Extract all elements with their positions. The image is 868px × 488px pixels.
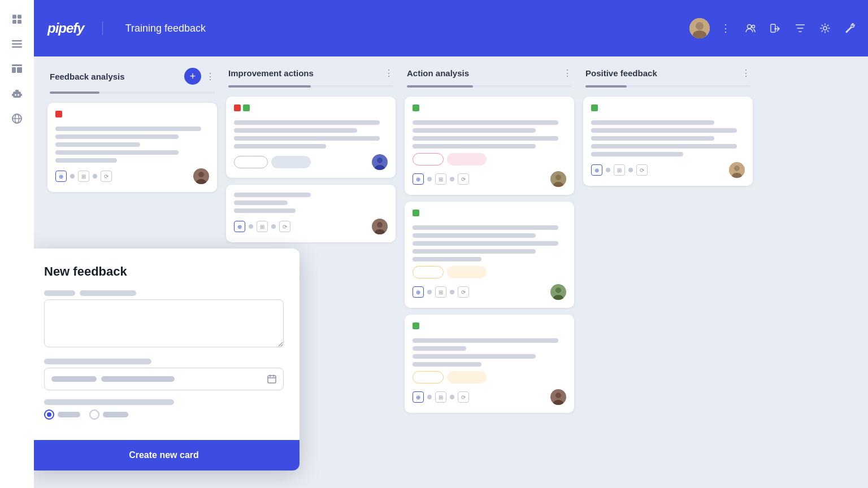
card-badge (447, 153, 487, 165)
more-menu-icon[interactable]: ⋮ (717, 19, 735, 37)
card-dot (427, 290, 432, 294)
sidebar-item-bot[interactable] (7, 84, 27, 104)
login-icon[interactable] (766, 19, 784, 37)
svg-point-12 (15, 94, 16, 96)
card-line (55, 134, 179, 139)
card-icon[interactable]: ⊕ (413, 173, 424, 185)
card-tags (413, 210, 566, 221)
card-line (234, 144, 326, 149)
radio-option-1[interactable] (44, 409, 80, 420)
feedback-textarea[interactable] (44, 299, 284, 347)
card-icon[interactable]: ⟳ (636, 164, 648, 176)
card-line (413, 144, 536, 149)
card-icons: ⊕ ⊞ ⟳ (413, 286, 469, 298)
card-badge (413, 371, 444, 384)
card-icon[interactable]: ⟳ (458, 173, 469, 185)
sidebar-item-grid[interactable] (7, 9, 27, 29)
card-tags (591, 104, 745, 116)
column-menu-icon[interactable]: ⋮ (384, 68, 393, 79)
card-line (234, 208, 296, 213)
column-title: Feedback analysis (50, 72, 180, 81)
form-label (80, 290, 136, 296)
card-badge (234, 156, 268, 168)
card-avatar (372, 154, 388, 170)
form-label (44, 359, 151, 364)
card-icon[interactable]: ⟳ (279, 221, 290, 232)
card-icon[interactable]: ⟳ (458, 286, 469, 298)
avatar[interactable] (689, 18, 710, 38)
sidebar-item-globe[interactable] (7, 108, 27, 129)
card-tag-green (413, 104, 419, 111)
card-footer (234, 154, 388, 170)
card: ⊕ ⊞ ⟳ (405, 202, 574, 308)
card-icon[interactable]: ⊞ (435, 391, 446, 403)
svg-rect-9 (17, 67, 22, 73)
card-icon[interactable]: ⊕ (234, 221, 245, 232)
radio-button-selected[interactable] (44, 409, 54, 420)
column-header: Improvement actions ⋮ (226, 68, 396, 79)
card-icon[interactable]: ⊞ (614, 164, 625, 176)
card-line (234, 201, 288, 205)
card-icon[interactable]: ⊕ (591, 164, 602, 176)
card-icon[interactable]: ⊞ (435, 173, 446, 185)
card-icon[interactable]: ⟳ (101, 171, 112, 182)
card-dot (450, 290, 454, 294)
card-line (413, 136, 558, 141)
radio-option-2[interactable] (89, 409, 128, 420)
filter-icon[interactable] (791, 19, 809, 37)
main-area: pipefy Training feedback ⋮ (34, 0, 868, 488)
card-icons: ⊕ ⊞ ⟳ (413, 173, 469, 185)
sidebar-item-list[interactable] (7, 34, 27, 54)
sidebar (0, 0, 34, 488)
column-progress-bar (585, 85, 627, 88)
svg-point-42 (555, 393, 561, 398)
svg-point-23 (752, 25, 755, 28)
svg-rect-10 (13, 91, 21, 98)
card-icon[interactable]: ⊕ (55, 171, 67, 182)
card-dot (450, 177, 454, 181)
column-progress-bar (228, 85, 311, 88)
date-value-placeholder (51, 376, 97, 382)
card-line (413, 354, 536, 359)
card-icon[interactable]: ⊞ (435, 286, 446, 298)
form-label-row (44, 290, 284, 296)
column-progress-bar (50, 91, 99, 94)
svg-rect-15 (21, 94, 22, 96)
column-action-analysis: Action analysis ⋮ (405, 68, 574, 477)
svg-point-27 (198, 172, 204, 177)
card-dot (427, 177, 432, 181)
card-icon[interactable]: ⊞ (78, 171, 89, 182)
radio-button-unselected[interactable] (89, 409, 99, 420)
card-line (234, 120, 380, 125)
svg-point-39 (555, 287, 561, 293)
users-icon[interactable] (741, 19, 760, 37)
tool-icon[interactable] (841, 19, 859, 37)
column-progress-bar (407, 85, 473, 88)
settings-icon[interactable] (816, 19, 834, 37)
card-avatar (193, 168, 209, 184)
date-input[interactable] (44, 368, 284, 390)
header-divider (102, 21, 103, 35)
card-line (413, 346, 466, 351)
svg-rect-11 (15, 90, 19, 92)
card-footer: ⊕ ⊞ ⟳ (591, 162, 745, 178)
card-icon[interactable]: ⟳ (458, 391, 469, 403)
card-icon[interactable]: ⊕ (413, 391, 424, 403)
card-line (591, 152, 683, 156)
add-card-button[interactable]: + (184, 68, 201, 85)
header: pipefy Training feedback ⋮ (34, 0, 868, 56)
create-card-button[interactable]: Create new card (34, 440, 300, 470)
svg-point-45 (734, 165, 740, 171)
column-positive-feedback: Positive feedback ⋮ ⊕ (583, 68, 753, 477)
column-menu-icon[interactable]: ⋮ (206, 71, 215, 82)
sidebar-item-table[interactable] (7, 59, 27, 79)
card-icon[interactable]: ⊞ (257, 221, 268, 232)
card-line (55, 158, 117, 163)
form-label (44, 399, 174, 405)
card-icon[interactable]: ⊕ (413, 286, 424, 298)
column-menu-icon[interactable]: ⋮ (563, 68, 572, 79)
column-menu-icon[interactable]: ⋮ (741, 68, 750, 79)
card-tag-red (234, 104, 241, 111)
column-progress (50, 91, 215, 94)
calendar-icon (267, 374, 276, 384)
